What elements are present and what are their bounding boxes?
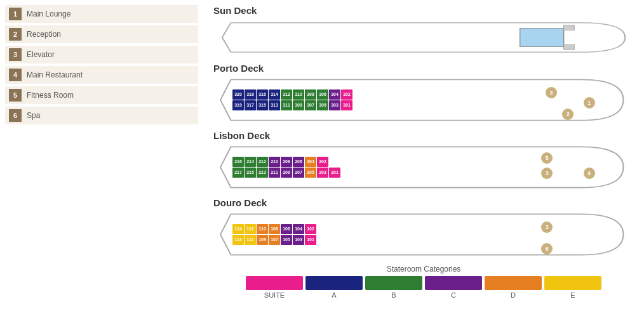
cabin: 112	[245, 224, 256, 234]
svg-rect-0	[520, 28, 564, 46]
cabin: 316	[257, 89, 268, 100]
cabin: 207	[293, 168, 304, 178]
cabin: 315	[257, 100, 268, 110]
cabin: 313	[269, 100, 280, 110]
swatch-color	[246, 276, 303, 290]
swatch-color	[485, 276, 542, 290]
cabin: 310	[293, 89, 304, 100]
ship-diagram-douro: 1141121101081061041021131111091071051031…	[213, 211, 634, 258]
cabin: 213	[257, 168, 268, 178]
deck-title-porto: Porto Deck	[213, 63, 634, 74]
cabin: 319	[232, 100, 244, 110]
cabin: 202	[317, 157, 328, 167]
deck-section-sun: Sun Deck	[213, 5, 634, 56]
cabin: 113	[232, 235, 244, 245]
cabin: 312	[281, 89, 292, 100]
amenity-circle: 3	[541, 168, 553, 179]
swatch-label: SUITE	[264, 291, 285, 299]
cabin: 302	[341, 89, 352, 100]
cabin: 303	[329, 100, 340, 110]
cabin: 305	[317, 100, 328, 110]
legend-num: 4	[9, 69, 22, 81]
sidebar: 1 Main Lounge 2 Reception 3 Elevator 4 M…	[0, 0, 203, 330]
categories-title: Stateroom Categories	[213, 265, 634, 274]
deck-section-lisbon: Lisbon Deck21621421221020820620420221721…	[213, 130, 634, 191]
legend-label: Fitness Room	[27, 91, 74, 100]
cabin: 106	[281, 224, 292, 234]
cabin-row: 217215213211209207205203201	[232, 168, 340, 178]
amenity-circle: 4	[584, 168, 595, 179]
cabin: 110	[257, 224, 268, 234]
cabin: 208	[281, 157, 292, 167]
legend-label: Main Restaurant	[27, 70, 83, 79]
cabin: 306	[317, 89, 328, 100]
cabin: 317	[245, 100, 256, 110]
cabin: 211	[269, 168, 280, 178]
legend-num: 5	[9, 89, 22, 102]
cabin: 108	[269, 224, 280, 234]
cabin-row: 319317315313311309307305303301	[232, 100, 352, 110]
cabin: 107	[269, 235, 280, 245]
cabin: 201	[329, 168, 340, 178]
cabin: 318	[245, 89, 256, 100]
deck-title-douro: Douro Deck	[213, 197, 634, 208]
cabin: 215	[245, 168, 256, 178]
cabin: 217	[232, 168, 244, 178]
cabin: 206	[293, 157, 304, 167]
swatch-item: B	[365, 276, 422, 299]
swatch-color	[544, 276, 601, 290]
cabin: 212	[257, 157, 268, 167]
legend-item: 6 Spa	[5, 107, 198, 124]
amenity-circle: 3	[546, 87, 557, 98]
swatch-item: SUITE	[246, 276, 303, 299]
cabin: 209	[281, 168, 292, 178]
deck-section-douro: Douro Deck114112110108106104102113111109…	[213, 197, 634, 258]
cabin: 203	[317, 168, 328, 178]
cabin: 309	[293, 100, 304, 110]
legend-item: 4 Main Restaurant	[5, 66, 198, 84]
cabin: 308	[305, 89, 316, 100]
cabin: 204	[305, 157, 316, 167]
swatch-color	[365, 276, 422, 290]
swatch-label: B	[391, 291, 396, 299]
swatch-color	[305, 276, 363, 290]
legend-item: 5 Fitness Room	[5, 86, 198, 104]
swatch-label: A	[332, 291, 336, 299]
cabin: 103	[293, 235, 304, 245]
legend-num: 2	[9, 28, 22, 41]
swatch-item: C	[425, 276, 482, 299]
svg-rect-1	[564, 25, 575, 30]
cabin-row: 320318316314312310308306304302	[232, 89, 352, 100]
legend-item: 3 Elevator	[5, 46, 198, 63]
cabin: 205	[305, 168, 316, 178]
categories-section: Stateroom Categories SUITE A B C D E	[213, 265, 634, 299]
cabin-row: 114112110108106104102	[232, 224, 316, 234]
swatch-item: A	[305, 276, 363, 299]
cabin: 307	[305, 100, 316, 110]
cabin: 105	[281, 235, 292, 245]
swatch-item: E	[544, 276, 601, 299]
cabin: 102	[305, 224, 316, 234]
cabin: 114	[232, 224, 244, 234]
legend-item: 1 Main Lounge	[5, 5, 198, 23]
swatch-item: D	[485, 276, 542, 299]
deck-section-porto: Porto Deck320318316314312310308306304302…	[213, 63, 634, 124]
swatch-label: E	[570, 291, 575, 299]
amenity-circle: 3	[541, 221, 553, 233]
ship-diagram-porto: 3203183163143123103083063043023193173153…	[213, 76, 634, 124]
cabins-wrapper: 3203183163143123103083063043023193173153…	[232, 76, 352, 124]
cabins-wrapper: 2162142122102082062042022172152132112092…	[232, 143, 340, 191]
legend-label: Main Lounge	[27, 10, 70, 18]
cabin: 104	[293, 224, 304, 234]
ship-diagram-sun	[213, 18, 634, 56]
cabin: 314	[269, 89, 280, 100]
legend-num: 6	[9, 109, 22, 122]
svg-rect-2	[564, 44, 575, 50]
swatch-label: D	[511, 291, 516, 299]
ship-diagram-lisbon: 2162142122102082062042022172152132112092…	[213, 143, 634, 191]
cabin: 109	[257, 235, 268, 245]
cabin: 301	[341, 100, 352, 110]
legend-num: 1	[9, 8, 22, 20]
cabin: 320	[232, 89, 244, 100]
cabin: 304	[329, 89, 340, 100]
